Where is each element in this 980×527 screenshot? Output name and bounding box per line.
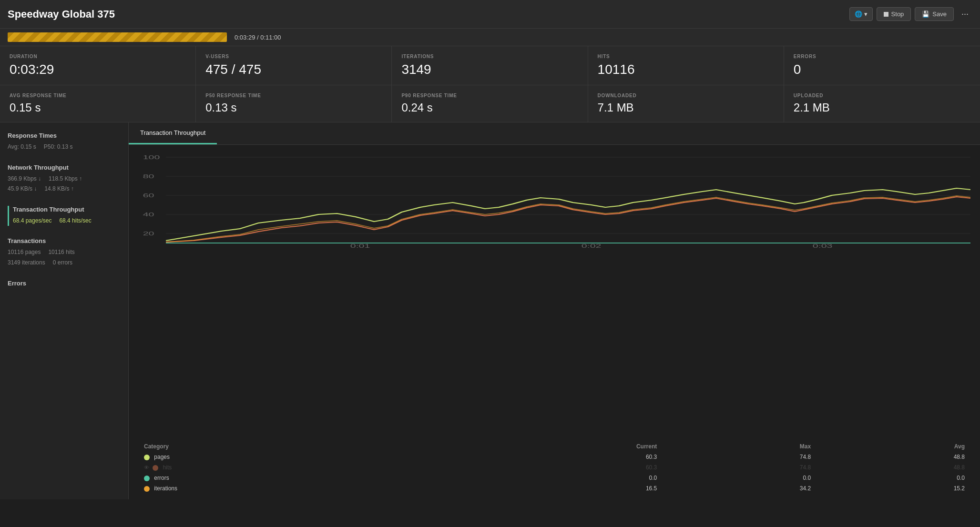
stat-downloaded: DOWNLOADED 7.1 MB <box>588 85 784 122</box>
stat-avg-response-label: AVG RESPONSE TIME <box>10 93 186 98</box>
eye-icon: 👁 <box>144 465 149 470</box>
legend-row[interactable]: errors 0.0 0.0 0.0 <box>138 473 970 483</box>
sidebar-transactions-title: Transactions <box>8 237 121 244</box>
legend-current: 0.0 <box>444 473 663 483</box>
legend-row[interactable]: iterations 16.5 34.2 15.2 <box>138 483 970 494</box>
sidebar-errors-title: Errors <box>8 280 121 287</box>
legend-max: 0.0 <box>663 473 817 483</box>
sidebar-transaction-throughput[interactable]: Transaction Throughput 68.4 pages/sec 68… <box>8 206 121 226</box>
legend-avg: 48.8 <box>817 462 970 473</box>
legend-row-name: iterations <box>138 483 444 494</box>
main-content: Response Times Avg: 0.15 s P50: 0.13 s N… <box>0 122 980 499</box>
svg-text:60: 60 <box>143 193 154 198</box>
legend-max-header: Max <box>663 441 817 452</box>
legend-dot <box>144 476 150 481</box>
progress-section: 0:03:29 / 0:11:00 <box>0 29 980 46</box>
legend-row[interactable]: pages 60.3 74.8 48.8 <box>138 452 970 462</box>
save-button[interactable]: 💾 Save <box>915 7 954 21</box>
sidebar-up1: 118.5 Kbps ↑ <box>49 174 82 184</box>
sidebar-avg-value: Avg: 0.15 s <box>8 142 36 152</box>
stat-uploaded: UPLOADED 2.1 MB <box>784 85 980 122</box>
stat-duration-label: DURATION <box>10 54 186 59</box>
chart-container: 100 80 60 40 20 0:01 0:02 0:03 <box>129 145 980 437</box>
stat-avg-response: AVG RESPONSE TIME 0.15 s <box>0 85 196 122</box>
legend-dot <box>153 465 158 471</box>
sidebar-network-throughput-detail2: 45.9 KB/s ↓ 14.8 KB/s ↑ <box>8 184 121 194</box>
svg-text:100: 100 <box>143 154 160 160</box>
stat-p50-response-label: P50 RESPONSE TIME <box>205 93 382 98</box>
svg-text:20: 20 <box>143 231 154 236</box>
stat-errors-value: 0 <box>794 62 970 77</box>
sidebar-transactions: Transactions 10116 pages 10116 hits 3149… <box>8 237 121 268</box>
stat-uploaded-label: UPLOADED <box>794 93 970 98</box>
stat-uploaded-value: 2.1 MB <box>794 101 970 114</box>
sidebar: Response Times Avg: 0.15 s P50: 0.13 s N… <box>0 122 129 499</box>
legend-max: 74.8 <box>663 452 817 462</box>
legend-name: pages <box>154 454 170 460</box>
stop-button[interactable]: Stop <box>877 7 911 21</box>
progress-time: 0:03:29 / 0:11:00 <box>235 34 281 41</box>
svg-text:0:02: 0:02 <box>582 243 602 248</box>
sidebar-network-throughput-title: Network Throughput <box>8 164 121 171</box>
stat-errors-label: ERRORS <box>794 54 970 59</box>
legend-current: 16.5 <box>444 483 663 494</box>
stat-p90-response-value: 0.24 s <box>401 101 578 114</box>
svg-text:0:03: 0:03 <box>813 243 833 248</box>
sidebar-down2: 45.9 KB/s ↓ <box>8 184 37 194</box>
save-icon: 💾 <box>922 10 929 18</box>
stat-p50-response: P50 RESPONSE TIME 0.13 s <box>196 85 392 122</box>
stat-hits: HITS 10116 <box>588 46 784 85</box>
tab-transaction-throughput[interactable]: Transaction Throughput <box>129 122 217 144</box>
legend-current: 60.3 <box>444 452 663 462</box>
stat-hits-value: 10116 <box>598 62 774 77</box>
globe-icon: 🌐 <box>855 10 862 18</box>
legend-category-header: Category <box>138 441 444 452</box>
legend-name: iterations <box>154 485 177 492</box>
stat-p90-response-label: P90 RESPONSE TIME <box>401 93 578 98</box>
legend-row-name: 👁 hits <box>138 462 444 473</box>
legend-avg-header: Avg <box>817 441 970 452</box>
stat-iterations-value: 3149 <box>401 62 578 77</box>
stats-row-1: DURATION 0:03:29 V-USERS 475 / 475 ITERA… <box>0 46 980 85</box>
stat-iterations: ITERATIONS 3149 <box>392 46 588 85</box>
sidebar-pages-sec: 68.4 pages/sec <box>13 216 51 226</box>
legend-name: hits <box>163 464 172 471</box>
sidebar-down1: 366.9 Kbps ↓ <box>8 174 41 184</box>
stat-vusers: V-USERS 475 / 475 <box>196 46 392 85</box>
legend-dot <box>144 455 150 460</box>
legend-current: 60.3 <box>444 462 663 473</box>
chart-area: Transaction Throughput 100 80 60 40 20 0… <box>129 122 980 499</box>
stat-p90-response: P90 RESPONSE TIME 0.24 s <box>392 85 588 122</box>
sidebar-response-times: Response Times Avg: 0.15 s P50: 0.13 s <box>8 132 121 152</box>
sidebar-hits-sec: 68.4 hits/sec <box>59 216 91 226</box>
legend-row[interactable]: 👁 hits 60.3 74.8 48.8 <box>138 462 970 473</box>
sidebar-hits: 10116 hits <box>48 247 74 258</box>
legend-current-header: Current <box>444 441 663 452</box>
svg-text:40: 40 <box>143 212 154 217</box>
sidebar-p50-value: P50: 0.13 s <box>44 142 73 152</box>
sidebar-network-throughput-detail: 366.9 Kbps ↓ 118.5 Kbps ↑ <box>8 174 121 184</box>
stat-avg-response-value: 0.15 s <box>10 101 186 114</box>
more-button[interactable]: ··· <box>958 7 972 21</box>
legend-table: Category Current Max Avg pages 60.3 74.8… <box>138 441 970 494</box>
chart-tabs: Transaction Throughput <box>129 122 980 145</box>
legend-row-name: errors <box>138 473 444 483</box>
sidebar-transaction-throughput-detail: 68.4 pages/sec 68.4 hits/sec <box>13 216 121 226</box>
svg-text:0:01: 0:01 <box>350 243 370 248</box>
page-title: Speedway Global 375 <box>8 8 115 20</box>
stop-icon <box>884 12 888 17</box>
progress-bar <box>8 32 227 42</box>
legend-avg: 0.0 <box>817 473 970 483</box>
stat-vusers-label: V-USERS <box>205 54 382 59</box>
chevron-down-icon: ▾ <box>864 10 868 18</box>
stat-errors: ERRORS 0 <box>784 46 980 85</box>
stat-downloaded-label: DOWNLOADED <box>598 93 774 98</box>
stats-row-2: AVG RESPONSE TIME 0.15 s P50 RESPONSE TI… <box>0 85 980 122</box>
stat-vusers-value: 475 / 475 <box>205 62 382 77</box>
stat-downloaded-value: 7.1 MB <box>598 101 774 114</box>
legend-dot <box>144 486 150 492</box>
header: Speedway Global 375 🌐 ▾ Stop 💾 Save ··· <box>0 0 980 29</box>
globe-button[interactable]: 🌐 ▾ <box>849 7 873 21</box>
legend-max: 74.8 <box>663 462 817 473</box>
legend-table-area: Category Current Max Avg pages 60.3 74.8… <box>129 437 980 499</box>
